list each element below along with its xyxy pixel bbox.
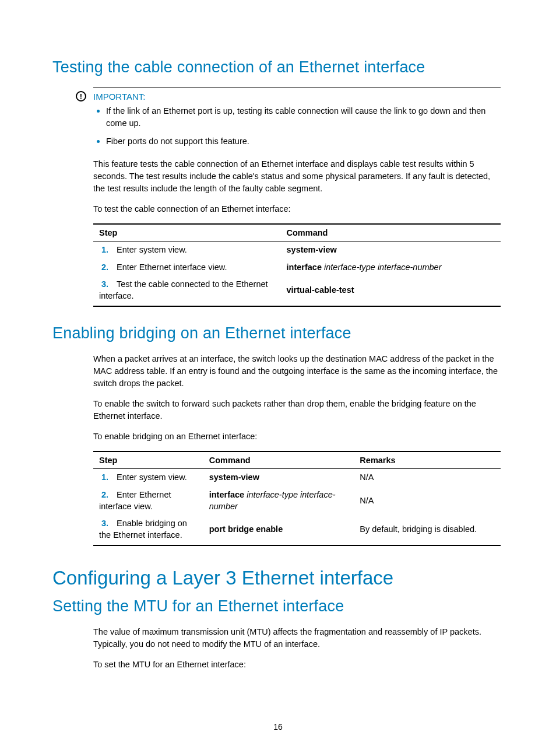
th-command: Command [281, 224, 501, 242]
important-rule [93, 87, 501, 88]
section3-body: The value of maximum transmission unit (… [93, 626, 501, 671]
section1-body: This feature tests the cable connection … [93, 158, 501, 307]
step-number: 3. [99, 518, 117, 530]
th-step: Step [93, 452, 203, 469]
table-head-row: Step Command [93, 224, 501, 242]
paragraph: The value of maximum transmission unit (… [93, 626, 501, 650]
step-number: 1. [99, 244, 117, 256]
important-header: ! IMPORTANT: [76, 91, 501, 102]
cell-command: system-view [203, 469, 354, 487]
cell-command: interface interface-type interface-numbe… [281, 259, 501, 276]
table-row: 1.Enter system view. system-view N/A [93, 469, 501, 487]
page: Testing the cable connection of an Ether… [0, 0, 556, 756]
step-number: 1. [99, 472, 117, 484]
table-row: 3.Enable bridging on the Ethernet interf… [93, 515, 501, 545]
paragraph: To enable the switch to forward such pac… [93, 398, 501, 422]
section1-table: Step Command 1.Enter system view. system… [93, 223, 501, 307]
step-text: Enter Ethernet interface view. [117, 262, 227, 272]
important-box: ! IMPORTANT: If the link of an Ethernet … [76, 87, 501, 148]
page-number: 16 [0, 722, 556, 732]
cell-step: 1.Enter system view. [93, 469, 203, 487]
table-head-row: Step Command Remarks [93, 452, 501, 469]
cell-command: virtual-cable-test [281, 276, 501, 306]
cell-command: interface interface-type interface-numbe… [203, 487, 354, 515]
cell-command: port bridge enable [203, 515, 354, 545]
cmd-bold: virtual-cable-test [287, 285, 354, 295]
cell-remarks: N/A [354, 469, 501, 487]
cell-remarks: By default, bridging is disabled. [354, 515, 501, 545]
paragraph: To enable bridging on an Ethernet interf… [93, 430, 501, 443]
table-row: 2.Enter Ethernet interface view. interfa… [93, 487, 501, 515]
cell-step: 2.Enter Ethernet interface view. [93, 259, 281, 276]
step-number: 3. [99, 279, 117, 290]
bullet-item: If the link of an Ethernet port is up, t… [106, 104, 501, 130]
cell-step: 3.Enable bridging on the Ethernet interf… [93, 515, 203, 545]
cmd-bold: port bridge enable [209, 524, 283, 534]
important-bullets: If the link of an Ethernet port is up, t… [93, 104, 501, 148]
cmd-bold: interface [209, 490, 244, 499]
table-row: 3.Test the cable connected to the Ethern… [93, 276, 501, 306]
important-icon: ! [76, 91, 86, 102]
table-row: 2.Enter Ethernet interface view. interfa… [93, 259, 501, 276]
paragraph: When a packet arrives at an interface, t… [93, 353, 501, 390]
th-remarks: Remarks [354, 452, 501, 469]
cell-remarks: N/A [354, 487, 501, 515]
th-command: Command [203, 452, 354, 469]
paragraph: To test the cable connection of an Ether… [93, 203, 501, 215]
section3-main-heading: Configuring a Layer 3 Ethernet interface [52, 567, 501, 589]
step-number: 2. [99, 262, 117, 274]
section2-heading: Enabling bridging on an Ethernet interfa… [52, 324, 501, 342]
cmd-bold: interface [287, 262, 322, 272]
step-text: Test the cable connected to the Ethernet… [99, 279, 268, 300]
important-label: IMPORTANT: [93, 92, 145, 102]
section2-body: When a packet arrives at an interface, t… [93, 353, 501, 546]
paragraph: This feature tests the cable connection … [93, 158, 501, 195]
cell-step: 2.Enter Ethernet interface view. [93, 487, 203, 515]
cell-command: system-view [281, 242, 501, 259]
step-text: Enter system view. [117, 245, 187, 254]
bullet-item: Fiber ports do not support this feature. [106, 134, 501, 148]
section3-sub-heading: Setting the MTU for an Ethernet interfac… [52, 597, 501, 615]
cmd-bold: system-view [287, 245, 337, 254]
cell-step: 3.Test the cable connected to the Ethern… [93, 276, 281, 306]
section2-table: Step Command Remarks 1.Enter system view… [93, 451, 501, 546]
th-step: Step [93, 224, 281, 242]
cmd-bold: system-view [209, 473, 259, 482]
table-row: 1.Enter system view. system-view [93, 242, 501, 259]
step-number: 2. [99, 489, 117, 501]
cell-step: 1.Enter system view. [93, 242, 281, 259]
paragraph: To set the MTU for an Ethernet interface… [93, 659, 501, 671]
section1-heading: Testing the cable connection of an Ether… [52, 58, 501, 76]
step-text: Enter system view. [117, 473, 187, 482]
cmd-italic: interface-type interface-number [322, 262, 442, 272]
